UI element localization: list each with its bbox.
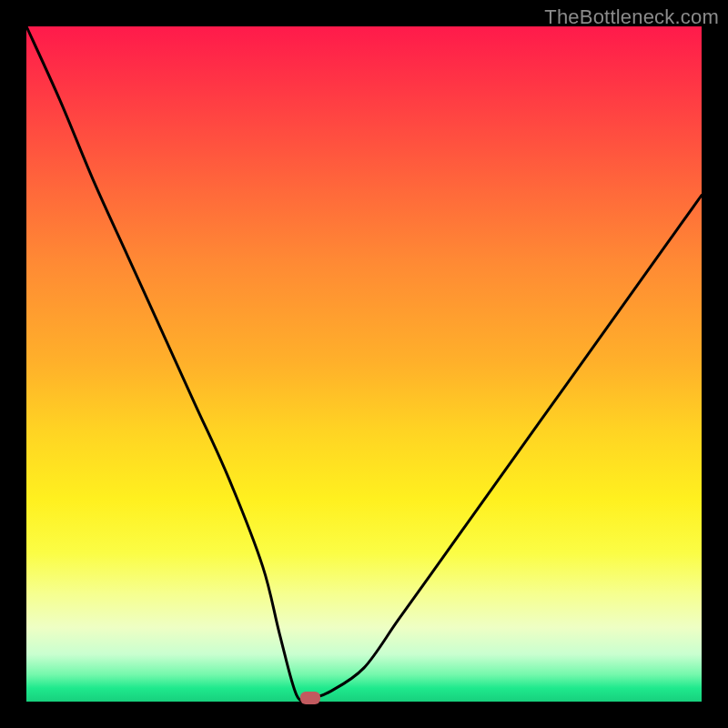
plot-background-gradient xyxy=(26,26,702,702)
chart-frame: TheBottleneck.com xyxy=(0,0,728,728)
plot-area xyxy=(26,26,702,702)
optimal-point-marker xyxy=(300,692,320,704)
